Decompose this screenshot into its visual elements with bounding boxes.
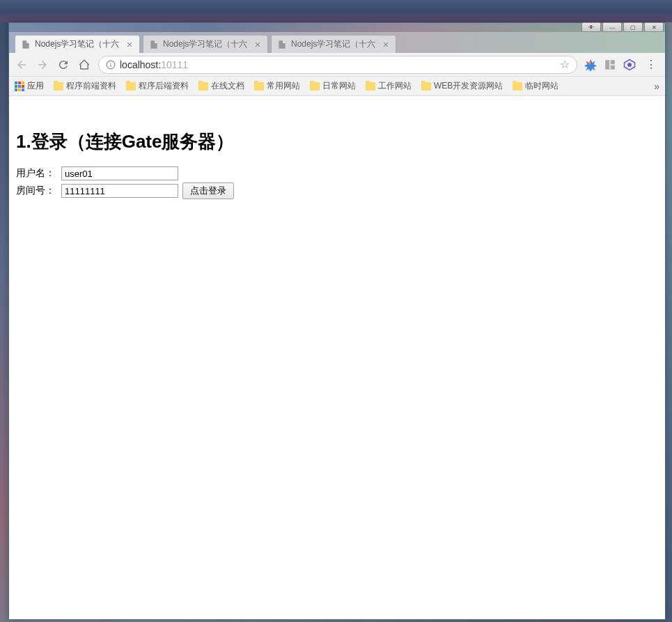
bookmark-label: WEB开发资源网站: [434, 80, 503, 92]
tab-2[interactable]: Nodejs学习笔记（十六 ×: [143, 35, 268, 53]
room-input[interactable]: [61, 184, 178, 198]
tab-title: Nodejs学习笔记（十六: [35, 38, 121, 50]
menu-button[interactable]: ⋮: [643, 58, 659, 71]
minimize-button[interactable]: —: [602, 22, 622, 32]
reload-button[interactable]: [56, 58, 70, 72]
room-row: 房间号： 点击登录: [16, 182, 658, 199]
svg-point-5: [627, 63, 632, 67]
address-bar[interactable]: localhost:10111 ☆: [98, 56, 577, 74]
page-icon: [149, 40, 159, 49]
extension-icon-1[interactable]: [584, 59, 597, 71]
folder-icon: [198, 82, 208, 91]
page-icon: [21, 40, 31, 49]
home-icon: [78, 59, 91, 71]
login-button[interactable]: 点击登录: [182, 182, 234, 199]
bookmark-label: 程序前端资料: [66, 80, 116, 92]
bookmark-folder[interactable]: WEB开发资源网站: [421, 80, 503, 92]
bookmarks-bar: 应用 程序前端资料 程序后端资料 在线文档 常用网站 日常网站 工作网站 WEB…: [9, 77, 665, 96]
bookmark-folder[interactable]: 程序后端资料: [126, 80, 189, 92]
close-icon[interactable]: ×: [253, 40, 262, 49]
bookmark-folder[interactable]: 程序前端资料: [54, 80, 116, 92]
look-button[interactable]: 👁: [581, 22, 601, 32]
bookmark-label: 临时网站: [525, 80, 558, 92]
svg-rect-1: [605, 60, 609, 70]
reload-icon: [57, 59, 70, 71]
browser-window: 👁 — ▢ ✕ Nodejs学习笔记（十六 × Nodejs学习笔记（十六 × …: [8, 22, 666, 620]
close-icon[interactable]: ×: [125, 40, 134, 49]
tab-3[interactable]: Nodejs学习笔记（十六 ×: [271, 35, 396, 53]
folder-icon: [254, 82, 264, 91]
page-heading: 1.登录（连接Gate服务器）: [16, 130, 658, 154]
folder-icon: [126, 82, 136, 91]
close-icon[interactable]: ×: [382, 40, 390, 49]
apps-label: 应用: [27, 80, 44, 92]
maximize-button[interactable]: ▢: [623, 22, 643, 32]
bookmark-folder[interactable]: 在线文档: [198, 80, 244, 92]
info-icon[interactable]: [106, 60, 116, 70]
tab-strip: Nodejs学习笔记（十六 × Nodejs学习笔记（十六 × Nodejs学习…: [9, 32, 665, 53]
arrow-left-icon: [15, 59, 28, 71]
bookmark-folder[interactable]: 临时网站: [513, 80, 558, 92]
folder-icon: [54, 82, 63, 91]
folder-icon: [421, 82, 431, 91]
browser-toolbar: localhost:10111 ☆ ⋮: [9, 53, 665, 77]
window-title-bar: 👁 — ▢ ✕: [9, 23, 665, 32]
bookmark-star-icon[interactable]: ☆: [560, 58, 570, 71]
arrow-right-icon: [36, 59, 49, 71]
apps-icon: [15, 81, 24, 91]
apps-button[interactable]: 应用: [15, 80, 44, 92]
folder-icon: [513, 82, 522, 91]
folder-icon: [366, 82, 375, 91]
forward-button[interactable]: [36, 58, 49, 72]
close-window-button[interactable]: ✕: [644, 22, 664, 32]
back-button[interactable]: [15, 58, 29, 72]
extension-icon-3[interactable]: [623, 59, 636, 71]
bookmark-folder[interactable]: 日常网站: [310, 80, 356, 92]
svg-rect-2: [611, 60, 615, 64]
username-row: 用户名：: [16, 166, 658, 180]
room-label: 房间号：: [16, 185, 61, 197]
extension-icon-2[interactable]: [604, 59, 616, 71]
bookmark-label: 在线文档: [211, 80, 244, 92]
bookmark-label: 常用网站: [267, 80, 300, 92]
home-button[interactable]: [77, 58, 91, 72]
tab-title: Nodejs学习笔记（十六: [291, 38, 377, 50]
page-icon: [277, 40, 287, 49]
window-controls: 👁 — ▢ ✕: [581, 22, 664, 32]
desktop-background: [0, 0, 672, 22]
svg-rect-3: [611, 65, 615, 69]
tab-1[interactable]: Nodejs学习笔记（十六 ×: [15, 35, 140, 53]
username-label: 用户名：: [16, 167, 61, 180]
overflow-button[interactable]: »: [654, 81, 659, 92]
bookmark-label: 程序后端资料: [139, 80, 189, 92]
bookmark-label: 工作网站: [378, 80, 412, 92]
page-content: 1.登录（连接Gate服务器） 用户名： 房间号： 点击登录: [9, 96, 665, 619]
url-text: localhost:10111: [120, 59, 188, 70]
username-input[interactable]: [61, 166, 178, 180]
bookmark-folder[interactable]: 常用网站: [254, 80, 300, 92]
tab-title: Nodejs学习笔记（十六: [163, 38, 249, 50]
bookmark-folder[interactable]: 工作网站: [366, 80, 412, 92]
bookmark-label: 日常网站: [322, 80, 356, 92]
folder-icon: [310, 82, 320, 91]
